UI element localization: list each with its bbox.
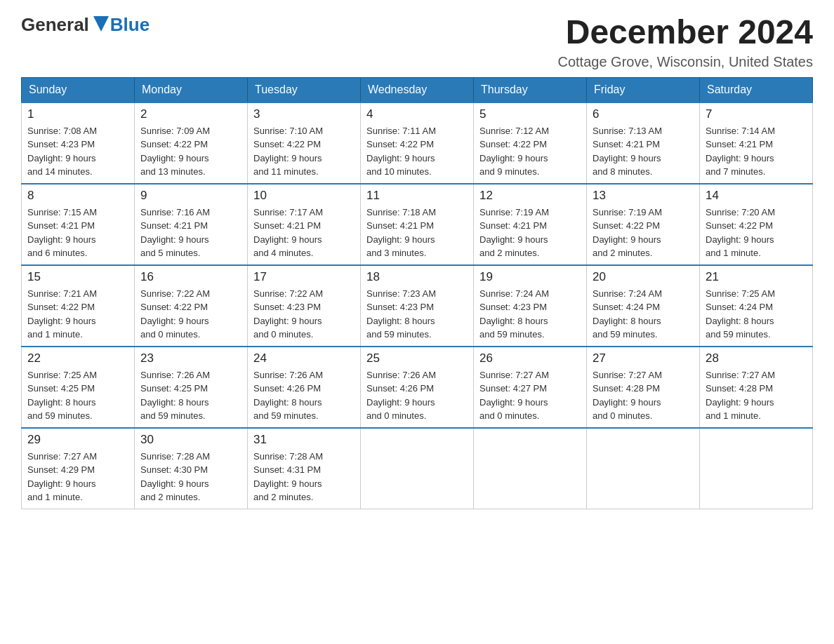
day-info: Sunrise: 7:18 AMSunset: 4:21 PMDaylight:…	[366, 206, 468, 260]
week-row-3: 15Sunrise: 7:21 AMSunset: 4:22 PMDayligh…	[22, 265, 813, 347]
title-section: December 2024 Cottage Grove, Wisconsin, …	[558, 14, 814, 70]
header-monday: Monday	[135, 77, 248, 102]
day-info: Sunrise: 7:16 AMSunset: 4:21 PMDaylight:…	[140, 206, 241, 260]
week-row-4: 22Sunrise: 7:25 AMSunset: 4:25 PMDayligh…	[22, 347, 813, 428]
day-info: Sunrise: 7:24 AMSunset: 4:23 PMDaylight:…	[479, 287, 581, 342]
page-header: General Blue December 2024 Cottage Grove…	[21, 14, 813, 70]
day-cell-29: 29Sunrise: 7:27 AMSunset: 4:29 PMDayligh…	[22, 428, 135, 509]
day-info: Sunrise: 7:10 AMSunset: 4:22 PMDaylight:…	[253, 124, 355, 179]
empty-cell	[700, 428, 813, 509]
day-info: Sunrise: 7:25 AMSunset: 4:24 PMDaylight:…	[706, 287, 807, 342]
day-number: 29	[27, 433, 128, 447]
day-info: Sunrise: 7:22 AMSunset: 4:22 PMDaylight:…	[140, 287, 241, 342]
day-info: Sunrise: 7:14 AMSunset: 4:21 PMDaylight:…	[706, 124, 807, 179]
day-cell-30: 30Sunrise: 7:28 AMSunset: 4:30 PMDayligh…	[135, 428, 248, 509]
day-number: 24	[253, 351, 355, 365]
day-cell-9: 9Sunrise: 7:16 AMSunset: 4:21 PMDaylight…	[135, 184, 248, 265]
day-cell-13: 13Sunrise: 7:19 AMSunset: 4:22 PMDayligh…	[587, 184, 700, 265]
day-cell-1: 1Sunrise: 7:08 AMSunset: 4:23 PMDaylight…	[22, 102, 135, 184]
day-number: 22	[27, 351, 128, 365]
day-cell-25: 25Sunrise: 7:26 AMSunset: 4:26 PMDayligh…	[361, 347, 474, 428]
logo-text-general: General	[21, 14, 89, 36]
day-info: Sunrise: 7:19 AMSunset: 4:21 PMDaylight:…	[479, 206, 581, 260]
day-number: 9	[140, 189, 241, 203]
day-number: 2	[140, 107, 241, 121]
day-number: 18	[366, 270, 468, 284]
day-number: 26	[479, 351, 581, 365]
day-info: Sunrise: 7:26 AMSunset: 4:26 PMDaylight:…	[366, 368, 468, 423]
day-cell-12: 12Sunrise: 7:19 AMSunset: 4:21 PMDayligh…	[474, 184, 587, 265]
empty-cell	[361, 428, 474, 509]
day-number: 15	[27, 270, 128, 284]
day-number: 3	[253, 107, 355, 121]
day-cell-23: 23Sunrise: 7:26 AMSunset: 4:25 PMDayligh…	[135, 347, 248, 428]
day-number: 21	[706, 270, 807, 284]
day-info: Sunrise: 7:08 AMSunset: 4:23 PMDaylight:…	[27, 124, 128, 179]
header-sunday: Sunday	[22, 77, 135, 102]
day-cell-10: 10Sunrise: 7:17 AMSunset: 4:21 PMDayligh…	[248, 184, 361, 265]
day-info: Sunrise: 7:15 AMSunset: 4:21 PMDaylight:…	[27, 206, 128, 260]
day-info: Sunrise: 7:09 AMSunset: 4:22 PMDaylight:…	[140, 124, 241, 179]
day-info: Sunrise: 7:22 AMSunset: 4:23 PMDaylight:…	[253, 287, 355, 342]
day-info: Sunrise: 7:27 AMSunset: 4:29 PMDaylight:…	[27, 450, 128, 504]
day-number: 31	[253, 433, 355, 447]
day-info: Sunrise: 7:21 AMSunset: 4:22 PMDaylight:…	[27, 287, 128, 342]
day-number: 5	[479, 107, 581, 121]
day-number: 19	[479, 270, 581, 284]
day-cell-24: 24Sunrise: 7:26 AMSunset: 4:26 PMDayligh…	[248, 347, 361, 428]
day-number: 1	[27, 107, 128, 121]
day-cell-5: 5Sunrise: 7:12 AMSunset: 4:22 PMDaylight…	[474, 102, 587, 184]
day-info: Sunrise: 7:13 AMSunset: 4:21 PMDaylight:…	[593, 124, 694, 179]
header-tuesday: Tuesday	[248, 77, 361, 102]
day-cell-22: 22Sunrise: 7:25 AMSunset: 4:25 PMDayligh…	[22, 347, 135, 428]
header-friday: Friday	[587, 77, 700, 102]
empty-cell	[474, 428, 587, 509]
day-cell-21: 21Sunrise: 7:25 AMSunset: 4:24 PMDayligh…	[700, 265, 813, 347]
calendar-table: SundayMondayTuesdayWednesdayThursdayFrid…	[21, 77, 813, 509]
day-info: Sunrise: 7:19 AMSunset: 4:22 PMDaylight:…	[593, 206, 694, 260]
day-cell-14: 14Sunrise: 7:20 AMSunset: 4:22 PMDayligh…	[700, 184, 813, 265]
day-number: 23	[140, 351, 241, 365]
month-title: December 2024	[558, 14, 814, 51]
day-number: 11	[366, 189, 468, 203]
day-number: 27	[593, 351, 694, 365]
day-number: 28	[706, 351, 807, 365]
day-number: 20	[593, 270, 694, 284]
day-info: Sunrise: 7:27 AMSunset: 4:27 PMDaylight:…	[479, 368, 581, 423]
week-row-1: 1Sunrise: 7:08 AMSunset: 4:23 PMDaylight…	[22, 102, 813, 184]
day-cell-18: 18Sunrise: 7:23 AMSunset: 4:23 PMDayligh…	[361, 265, 474, 347]
day-number: 12	[479, 189, 581, 203]
day-info: Sunrise: 7:26 AMSunset: 4:26 PMDaylight:…	[253, 368, 355, 423]
calendar-header-row: SundayMondayTuesdayWednesdayThursdayFrid…	[22, 77, 813, 102]
day-info: Sunrise: 7:28 AMSunset: 4:31 PMDaylight:…	[253, 450, 355, 504]
day-cell-11: 11Sunrise: 7:18 AMSunset: 4:21 PMDayligh…	[361, 184, 474, 265]
day-number: 16	[140, 270, 241, 284]
day-cell-20: 20Sunrise: 7:24 AMSunset: 4:24 PMDayligh…	[587, 265, 700, 347]
day-cell-16: 16Sunrise: 7:22 AMSunset: 4:22 PMDayligh…	[135, 265, 248, 347]
day-cell-3: 3Sunrise: 7:10 AMSunset: 4:22 PMDaylight…	[248, 102, 361, 184]
svg-marker-0	[93, 16, 109, 32]
header-wednesday: Wednesday	[361, 77, 474, 102]
day-cell-15: 15Sunrise: 7:21 AMSunset: 4:22 PMDayligh…	[22, 265, 135, 347]
day-info: Sunrise: 7:27 AMSunset: 4:28 PMDaylight:…	[593, 368, 694, 423]
logo: General Blue	[21, 14, 150, 36]
day-cell-27: 27Sunrise: 7:27 AMSunset: 4:28 PMDayligh…	[587, 347, 700, 428]
logo-text-blue: Blue	[110, 14, 150, 36]
empty-cell	[587, 428, 700, 509]
day-info: Sunrise: 7:20 AMSunset: 4:22 PMDaylight:…	[706, 206, 807, 260]
day-cell-26: 26Sunrise: 7:27 AMSunset: 4:27 PMDayligh…	[474, 347, 587, 428]
day-number: 14	[706, 189, 807, 203]
day-number: 17	[253, 270, 355, 284]
day-cell-28: 28Sunrise: 7:27 AMSunset: 4:28 PMDayligh…	[700, 347, 813, 428]
day-info: Sunrise: 7:25 AMSunset: 4:25 PMDaylight:…	[27, 368, 128, 423]
logo-triangle-icon	[93, 16, 109, 32]
day-number: 30	[140, 433, 241, 447]
day-cell-2: 2Sunrise: 7:09 AMSunset: 4:22 PMDaylight…	[135, 102, 248, 184]
week-row-5: 29Sunrise: 7:27 AMSunset: 4:29 PMDayligh…	[22, 428, 813, 509]
day-info: Sunrise: 7:27 AMSunset: 4:28 PMDaylight:…	[706, 368, 807, 423]
day-number: 7	[706, 107, 807, 121]
day-info: Sunrise: 7:28 AMSunset: 4:30 PMDaylight:…	[140, 450, 241, 504]
day-number: 10	[253, 189, 355, 203]
day-cell-4: 4Sunrise: 7:11 AMSunset: 4:22 PMDaylight…	[361, 102, 474, 184]
location-title: Cottage Grove, Wisconsin, United States	[558, 54, 814, 70]
